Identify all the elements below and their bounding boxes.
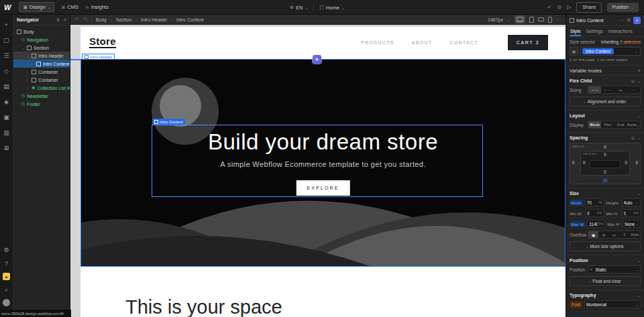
chevron-down-icon[interactable]: ⌄ xyxy=(637,135,641,140)
element-drag-handle[interactable]: + xyxy=(313,55,321,64)
size-title[interactable]: Size xyxy=(570,191,579,196)
nav-link-about[interactable]: ABOUT xyxy=(412,40,433,45)
display-block-option[interactable]: Block xyxy=(588,121,601,128)
cms-button[interactable]: ≣ CMS xyxy=(61,4,78,10)
min-width-input[interactable]: 0 PX xyxy=(585,209,604,217)
class-chip[interactable]: Intro Content xyxy=(582,48,614,54)
overflow-clip-icon[interactable]: ≡ xyxy=(619,231,629,238)
interactions-icon[interactable]: ◈ xyxy=(3,98,11,106)
design-mode-button[interactable]: ▣ Design ⌄ xyxy=(19,2,54,12)
settings-icon[interactable]: ⚙ xyxy=(3,246,11,254)
class-selector-input[interactable]: Intro Content ⌄ xyxy=(580,47,641,56)
margin-right-value[interactable]: 0 xyxy=(635,160,638,165)
variables-icon[interactable]: ▤ xyxy=(3,82,11,90)
chevron-down-icon[interactable]: ⌄ xyxy=(637,293,641,298)
gear-icon[interactable]: ⚙ xyxy=(627,17,631,23)
add-variable-mode-icon[interactable]: + xyxy=(638,68,641,73)
breakpoint-desktop-button[interactable] xyxy=(515,15,525,23)
chevron-down-icon[interactable]: ⌄ xyxy=(637,258,641,263)
sizing-fixed-option[interactable]: ▭ xyxy=(614,86,627,93)
help-icon[interactable]: ? xyxy=(3,259,11,267)
breadcrumb-intro-header[interactable]: Intro Header xyxy=(141,17,167,22)
audit-warning-icon[interactable]: ▲ xyxy=(3,273,10,280)
float-and-clear-button[interactable]: › Float and clear xyxy=(570,276,641,286)
search-icon[interactable]: ⌕ xyxy=(3,286,11,294)
tree-item-container[interactable]: › Container xyxy=(13,68,70,76)
caret-right-icon[interactable]: › xyxy=(26,86,30,90)
margin-bottom-value[interactable]: 20 xyxy=(570,178,640,183)
intro-content-element-badge[interactable]: Intro Content xyxy=(152,119,185,125)
page[interactable]: Store PRODUCTS ABOUT CONTACT CART 3 Intr… xyxy=(80,27,566,317)
pin-panel-icon[interactable]: ↗ xyxy=(63,17,66,23)
insights-button[interactable]: ∿ Insights xyxy=(85,4,109,10)
min-height-input[interactable]: 0 PX xyxy=(622,209,641,217)
tree-item-section[interactable]: ⌄ Section xyxy=(13,44,70,52)
overflow-visible-icon[interactable]: ◉ xyxy=(588,231,598,238)
tab-interactions[interactable]: Interactions xyxy=(608,26,633,36)
tree-item-intro-content[interactable]: › Intro Content xyxy=(13,60,70,68)
variable-modes-row[interactable]: Variable modes + xyxy=(566,66,644,76)
tab-style[interactable]: Style xyxy=(570,26,581,36)
overflow-hidden-icon[interactable]: ⊘ xyxy=(598,231,608,238)
apps-icon[interactable]: ⊞ xyxy=(3,144,11,152)
layout-title[interactable]: Layout xyxy=(570,113,585,118)
undo-icon[interactable]: ↶ xyxy=(75,17,79,22)
more-size-options-button[interactable]: › More size options xyxy=(570,241,641,251)
font-select[interactable]: Montserrat ⌄ xyxy=(584,300,641,308)
more-options-icon[interactable]: ··· xyxy=(620,18,625,23)
sizing-shrink-option[interactable]: →← xyxy=(588,86,601,93)
canvas[interactable]: Store PRODUCTS ABOUT CONTACT CART 3 Intr… xyxy=(70,25,566,317)
site-header[interactable]: Store PRODUCTS ABOUT CONTACT CART 3 xyxy=(80,27,566,58)
min-height-unit[interactable]: PX xyxy=(634,211,639,215)
publish-button[interactable]: Publish ⌄ xyxy=(607,3,639,12)
chevron-down-icon[interactable]: ⌄ xyxy=(637,78,641,83)
position-title[interactable]: Position xyxy=(570,258,588,263)
section-heading[interactable]: This is your space xyxy=(125,296,282,317)
tablet-icon[interactable] xyxy=(529,17,534,23)
site-logo[interactable]: Store xyxy=(89,36,116,49)
components-icon[interactable]: ◇ xyxy=(3,67,11,75)
spacing-mode-icon[interactable]: + xyxy=(633,17,641,24)
phone-portrait-icon[interactable] xyxy=(548,17,552,23)
tree-item-container[interactable]: › Container xyxy=(13,76,70,84)
breadcrumb-intro-content[interactable]: Intro Content xyxy=(176,17,203,22)
max-height-input[interactable]: None ⌄ xyxy=(623,220,641,228)
more-breakpoints-icon[interactable]: ··· xyxy=(556,17,561,22)
caret-right-icon[interactable]: › xyxy=(31,62,34,66)
display-none-option[interactable]: None ⌄ xyxy=(627,121,640,128)
pages-icon[interactable]: ▢ xyxy=(3,36,11,44)
sizing-more-option[interactable]: ··· xyxy=(627,86,640,93)
caret-right-icon[interactable]: › xyxy=(26,78,30,82)
inheriting-selectors-link[interactable]: 2 selectors xyxy=(620,40,641,44)
padding-right-value[interactable]: 0 xyxy=(625,160,627,165)
intro-header-element-label[interactable]: Intro Header xyxy=(82,54,115,60)
page-selector[interactable]: ▢ Home ⌄ xyxy=(319,5,345,11)
position-select[interactable]: ✕ Static ⌄ xyxy=(588,265,641,273)
padding-bottom-value[interactable]: 0 xyxy=(581,170,629,174)
libraries-icon[interactable]: ▥ xyxy=(3,129,11,137)
tree-item-body[interactable]: Body xyxy=(13,27,70,36)
width-input[interactable]: 70 % xyxy=(585,198,604,206)
below-section[interactable]: This is your space xyxy=(80,267,566,317)
display-grid-option[interactable]: Grid xyxy=(614,121,627,128)
typography-title[interactable]: Typography xyxy=(570,293,596,298)
navigator-icon[interactable]: ☰ xyxy=(3,52,11,60)
spacing-title[interactable]: Spacing xyxy=(570,135,588,140)
add-elements-icon[interactable]: + xyxy=(3,21,11,29)
flex-child-title[interactable]: Flex Child xyxy=(570,78,592,83)
tree-item-newsletter[interactable]: ◇ Newsletter xyxy=(13,92,70,100)
tree-item-navigation[interactable]: ◇ Navigation xyxy=(13,36,70,44)
redo-icon[interactable]: ↷ xyxy=(83,17,87,22)
height-input[interactable]: Auto ⌄ xyxy=(622,198,641,206)
caret-down-icon[interactable]: ⌄ xyxy=(21,46,25,50)
caret-down-icon[interactable]: ⌄ xyxy=(26,54,30,58)
chevron-down-icon[interactable]: ⌄ xyxy=(637,113,641,118)
assets-icon[interactable]: ▣ xyxy=(3,113,11,121)
overflow-auto-option[interactable]: Auto xyxy=(630,231,640,238)
collapse-all-icon[interactable]: ⇅ xyxy=(56,17,60,23)
sizing-grow-option[interactable]: ←→ xyxy=(601,86,614,93)
preview-icon[interactable]: ▷ xyxy=(567,4,571,10)
share-button[interactable]: Share xyxy=(576,2,602,13)
spacing-settings-icon[interactable]: ⊡ xyxy=(631,135,635,140)
nav-link-contact[interactable]: CONTACT xyxy=(449,40,478,45)
